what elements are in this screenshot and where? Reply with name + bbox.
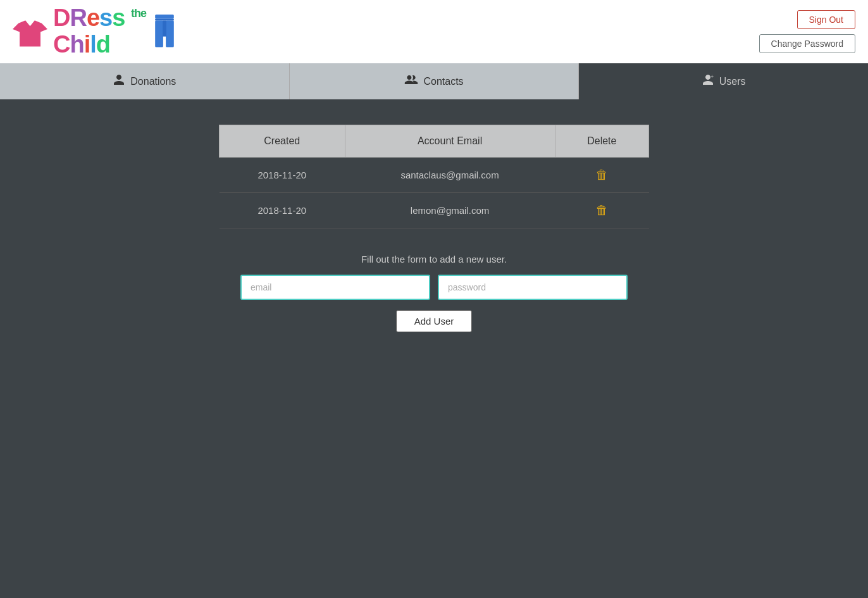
header: DRess the Child Sign Out Change Password [0, 0, 868, 63]
logo-line2: Child [53, 32, 146, 58]
svg-rect-2 [155, 15, 174, 19]
nav-item-donations[interactable]: Donations [0, 63, 290, 99]
cell-email: santaclaus@gmail.com [345, 158, 555, 193]
donations-icon [113, 73, 125, 89]
users-table: Created Account Email Delete 2018-11-20s… [219, 125, 649, 228]
users-icon: + [702, 73, 714, 89]
svg-rect-6 [163, 20, 166, 36]
cell-created: 2018-11-20 [220, 158, 345, 193]
delete-button[interactable]: 🗑 [595, 203, 608, 217]
cell-created: 2018-11-20 [220, 193, 345, 228]
cell-delete: 🗑 [555, 158, 648, 193]
add-user-button[interactable]: Add User [396, 310, 473, 332]
logo: DRess the Child [13, 5, 177, 58]
contacts-icon [404, 73, 418, 89]
donations-label: Donations [130, 76, 176, 87]
svg-rect-4 [155, 20, 163, 47]
svg-text:+: + [710, 73, 714, 80]
pants-icon [152, 15, 177, 49]
email-input[interactable] [240, 275, 430, 300]
navigation: Donations Contacts + Users [0, 63, 868, 99]
change-password-button[interactable]: Change Password [759, 34, 855, 53]
nav-item-users[interactable]: + Users [579, 63, 868, 99]
nav-item-contacts[interactable]: Contacts [290, 63, 580, 99]
form-hint: Fill out the form to add a new user. [361, 254, 507, 265]
svg-rect-5 [166, 20, 174, 47]
table-header-row: Created Account Email Delete [220, 125, 649, 158]
main-content: Created Account Email Delete 2018-11-20s… [0, 99, 868, 358]
cell-delete: 🗑 [555, 193, 648, 228]
col-email: Account Email [345, 125, 555, 158]
logo-line1: DRess the [53, 5, 146, 32]
col-created: Created [220, 125, 345, 158]
svg-rect-3 [155, 18, 174, 20]
users-label: Users [719, 76, 746, 87]
shirt-icon [13, 15, 47, 49]
table-row: 2018-11-20lemon@gmail.com🗑 [220, 193, 649, 228]
form-inputs [219, 275, 649, 300]
sign-out-button[interactable]: Sign Out [797, 10, 855, 29]
table-row: 2018-11-20santaclaus@gmail.com🗑 [220, 158, 649, 193]
col-delete: Delete [555, 125, 648, 158]
delete-button[interactable]: 🗑 [595, 168, 608, 182]
cell-email: lemon@gmail.com [345, 193, 555, 228]
header-buttons: Sign Out Change Password [759, 10, 855, 53]
add-user-form: Fill out the form to add a new user. Add… [219, 254, 649, 332]
contacts-label: Contacts [423, 76, 463, 87]
password-input[interactable] [438, 275, 628, 300]
